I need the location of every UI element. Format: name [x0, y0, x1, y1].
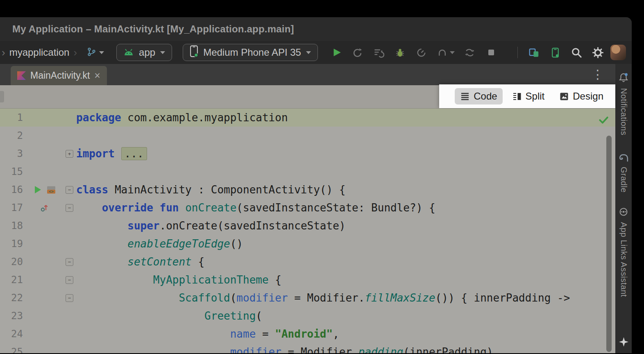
- code-text: import ...: [76, 148, 147, 160]
- line-number: 24: [0, 328, 23, 340]
- apply-code-changes-button[interactable]: [370, 44, 388, 61]
- retry-debugger-button[interactable]: [461, 44, 478, 61]
- editor-scrollbar[interactable]: [606, 136, 612, 352]
- collapse-fold-icon[interactable]: −: [66, 258, 73, 266]
- gear-icon: [592, 47, 604, 59]
- code-line-21[interactable]: 21− MyApplicationTheme {: [0, 271, 615, 289]
- content-area: MainActivity.kt × ⋮ Code: [0, 64, 632, 353]
- bell-icon: [618, 72, 629, 84]
- line-number: 21: [0, 274, 23, 286]
- line-number: 25: [0, 346, 23, 353]
- mode-code-button[interactable]: Code: [455, 88, 502, 104]
- debug-button[interactable]: [392, 44, 409, 61]
- running-devices-button[interactable]: [546, 44, 564, 61]
- code-line-2[interactable]: 2: [0, 127, 615, 145]
- design-mode-icon: [559, 91, 569, 101]
- main-toolbar: › myapplication › app: [0, 41, 632, 64]
- device-selector[interactable]: Medium Phone API 35: [183, 44, 318, 61]
- tool-label: Notifications: [619, 88, 628, 135]
- android-icon: [123, 47, 134, 58]
- toolbar-separator: [517, 47, 518, 58]
- inspection-check-icon[interactable]: [598, 114, 609, 127]
- override-gutter-icon[interactable]: [40, 203, 48, 212]
- debug-bug-icon: [395, 47, 406, 58]
- code-line-16[interactable]: 16<>−class MainActivity : ComponentActiv…: [0, 181, 615, 199]
- gemini-sparkle-icon[interactable]: [619, 337, 629, 348]
- device-phone-icon: [190, 45, 198, 60]
- collapse-fold-icon[interactable]: −: [66, 204, 73, 212]
- toolbar-right-group: [514, 44, 626, 61]
- code-line-19[interactable]: 19 enableEdgeToEdge(): [0, 235, 615, 253]
- code-line-23[interactable]: 23 Greeting(: [0, 307, 615, 325]
- main-area: MainActivity.kt × ⋮ Code: [0, 64, 615, 353]
- window-titlebar[interactable]: My Application – MainActivity.kt [My_App…: [0, 17, 632, 41]
- code-editor[interactable]: 1package com.example.myapplication23+imp…: [0, 109, 615, 353]
- running-devices-icon: [550, 47, 561, 58]
- chevron-down-icon: [306, 51, 311, 54]
- code-text: override fun onCreate(savedInstanceState…: [76, 202, 435, 214]
- mode-design-button[interactable]: Design: [554, 88, 609, 104]
- line-number: 22: [0, 292, 23, 304]
- gradle-elephant-icon: [618, 153, 629, 163]
- app-links-icon: [618, 206, 629, 218]
- code-line-17[interactable]: 17− override fun onCreate(savedInstanceS…: [0, 199, 615, 217]
- tab-options-kebab-icon[interactable]: ⋮: [589, 68, 615, 81]
- tool-button-notifications[interactable]: Notifications: [618, 72, 629, 135]
- apply-code-changes-icon: [373, 47, 384, 58]
- project-name[interactable]: myapplication: [9, 47, 70, 58]
- expand-fold-icon[interactable]: +: [66, 150, 73, 158]
- editor-lines: 1package com.example.myapplication23+imp…: [0, 109, 615, 353]
- settings-button[interactable]: [589, 44, 606, 61]
- search-everywhere-button[interactable]: [568, 44, 585, 61]
- code-line-24[interactable]: 24 name = "Android",: [0, 325, 615, 343]
- tool-button-gradle[interactable]: Gradle: [618, 153, 629, 193]
- apply-changes-button[interactable]: [349, 44, 366, 61]
- tab-label: MainActivity.kt: [30, 70, 90, 81]
- chevron-down-icon: [160, 51, 165, 54]
- run-gutter-icon[interactable]: [33, 185, 43, 195]
- code-line-20[interactable]: 20− setContent {: [0, 253, 615, 271]
- class-gutter-icon[interactable]: <>: [46, 186, 56, 194]
- code-line-3[interactable]: 3+import ...: [0, 145, 615, 163]
- code-line-22[interactable]: 22− Scaffold(modifier = Modifier.fillMax…: [0, 289, 615, 307]
- mode-split-button[interactable]: Split: [507, 88, 550, 104]
- vcs-widget[interactable]: [84, 45, 107, 60]
- code-text: class MainActivity : ComponentActivity()…: [76, 184, 345, 196]
- line-number: 17: [0, 202, 23, 213]
- code-text: modifier = Modifier.padding(innerPadding…: [76, 346, 493, 353]
- chevron-down-icon: [450, 51, 455, 54]
- run-button[interactable]: [328, 44, 345, 61]
- profiler-button[interactable]: [413, 44, 430, 61]
- code-line-15[interactable]: 15: [0, 163, 615, 181]
- line-number: 20: [0, 256, 23, 268]
- line-number: 15: [0, 166, 23, 177]
- code-line-25[interactable]: 25 modifier = Modifier.padding(innerPadd…: [0, 343, 615, 353]
- collapse-fold-icon[interactable]: −: [66, 276, 73, 284]
- code-text: Greeting(: [76, 310, 262, 322]
- layout-inspector-button[interactable]: [525, 44, 542, 61]
- stop-button[interactable]: [483, 44, 500, 61]
- user-avatar[interactable]: [610, 45, 626, 60]
- code-text: super.onCreate(savedInstanceState): [76, 220, 345, 232]
- cropped-tool-button: [0, 91, 4, 102]
- line-number: 1: [0, 112, 23, 123]
- close-tab-icon[interactable]: ×: [94, 70, 100, 81]
- code-text: Scaffold(modifier = Modifier.fillMaxSize…: [76, 292, 570, 304]
- line-number: 23: [0, 310, 23, 322]
- profiler-dropdown-button[interactable]: [434, 44, 457, 61]
- code-line-1[interactable]: 1package com.example.myapplication: [0, 109, 615, 127]
- code-text: MyApplicationTheme {: [76, 274, 281, 286]
- code-text: package com.example.myapplication: [76, 111, 288, 124]
- right-tool-stripe: Notifications Gradle A: [615, 64, 632, 353]
- collapse-fold-icon[interactable]: −: [66, 294, 73, 302]
- editor-toolbar: Code Split: [0, 85, 615, 109]
- collapse-fold-icon[interactable]: −: [66, 186, 73, 194]
- run-config-selector[interactable]: app: [116, 44, 172, 61]
- tool-button-app-links[interactable]: App Links Assistant: [618, 206, 629, 297]
- screen: { "window": { "title": "My Application –…: [0, 0, 644, 354]
- tab-mainactivity[interactable]: MainActivity.kt ×: [11, 66, 107, 85]
- code-line-18[interactable]: 18 super.onCreate(savedInstanceState): [0, 217, 615, 235]
- tool-label: Gradle: [619, 167, 628, 193]
- apply-changes-icon: [352, 47, 363, 58]
- profile-app-icon: [437, 47, 448, 58]
